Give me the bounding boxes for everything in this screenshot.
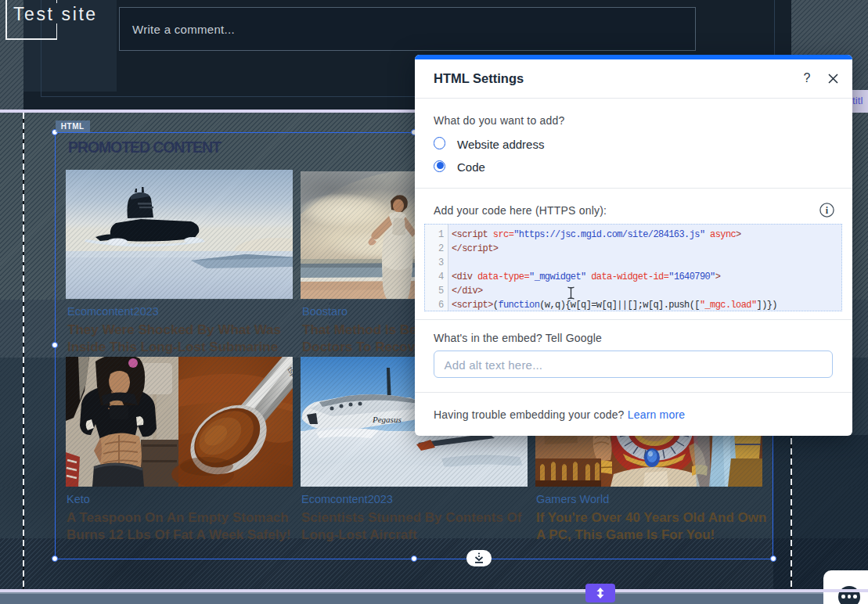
svg-text:i: i bbox=[825, 205, 828, 216]
